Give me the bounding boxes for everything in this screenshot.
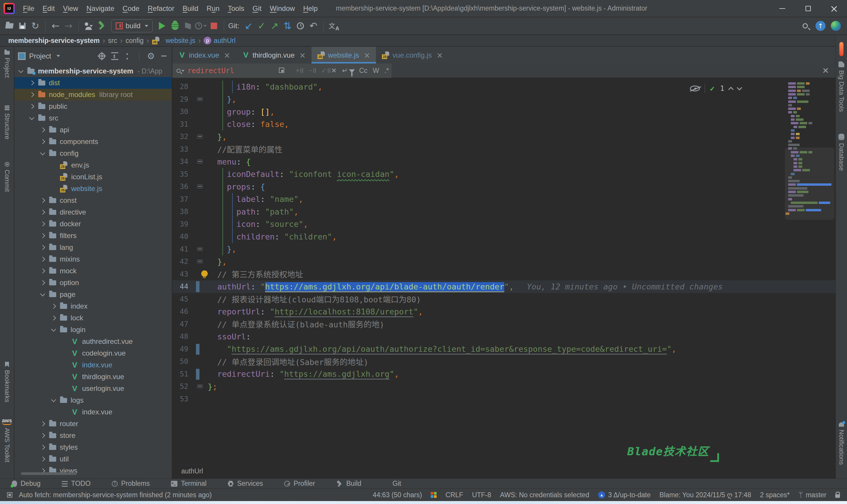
menu-item-view[interactable]: View — [59, 4, 82, 12]
save-all-button[interactable] — [16, 19, 29, 32]
code-line-42[interactable]: 42}, — [172, 255, 835, 268]
forward-button[interactable]: → — [62, 19, 75, 32]
code-line-36[interactable]: 36props: { — [172, 180, 835, 193]
code-line-49[interactable]: 49"https://ams.gdjlxh.org/api/oauth/auth… — [172, 343, 835, 356]
history-button[interactable] — [294, 19, 307, 32]
tool-window-button-terminal[interactable]: Terminal — [171, 480, 207, 488]
tree-row-env-js[interactable]: env.js — [14, 159, 172, 171]
tree-row-const[interactable]: const — [14, 195, 172, 206]
menu-item-git[interactable]: Git — [248, 4, 266, 12]
breadcrumb-item-src[interactable]: src — [108, 37, 117, 45]
tool-window-button-services[interactable]: Services — [228, 480, 263, 488]
code-line-45[interactable]: 45// 报表设计器地址(cloud端口为8108,boot端口为80) — [172, 293, 835, 306]
tool-window-switcher-icon[interactable] — [7, 492, 12, 498]
code-line-33[interactable]: 33//配置菜单的属性 — [172, 143, 835, 156]
menu-item-build[interactable]: Build — [178, 4, 203, 12]
tree-row-login[interactable]: login — [14, 324, 172, 336]
add-selection-button[interactable]: + — [296, 67, 303, 75]
menu-item-tools[interactable]: Tools — [224, 4, 248, 12]
regex-toggle[interactable]: .* — [384, 67, 389, 75]
tree-row-store[interactable]: store — [14, 430, 172, 442]
editor-breadcrumb-item[interactable]: authUrl — [181, 467, 203, 475]
code-line-50[interactable]: 50// 单点登录回调地址(Saber服务的地址) — [172, 355, 835, 368]
build-project-button[interactable] — [95, 19, 108, 32]
inspections-count[interactable]: 1 — [720, 84, 724, 93]
tree-row-public[interactable]: public — [14, 101, 172, 112]
status-line-separator[interactable]: CRLF — [445, 491, 463, 499]
tree-row-dist[interactable]: dist — [14, 77, 172, 89]
tree-row-index-vue[interactable]: Vindex.vue — [14, 406, 172, 418]
run-with-coverage-button[interactable] — [182, 19, 194, 32]
status-vcs-incoming-outgoing[interactable]: ▲3 Δ/up-to-date — [598, 491, 651, 499]
git-push-button[interactable]: ↗ — [268, 19, 281, 32]
code-line-39[interactable]: 39icon: "source", — [172, 218, 835, 231]
maximize-button[interactable] — [795, 0, 821, 17]
tool-window-button-todo[interactable]: TODO — [62, 480, 91, 488]
status-git-blame[interactable]: Blame: You 2024/11/5 ღ 17:48 — [659, 491, 751, 499]
tab-index-vue[interactable]: Vindex.vue× — [172, 47, 236, 64]
profiler-button[interactable] — [194, 19, 207, 32]
status-git-branch[interactable]: ᛘmaster — [798, 491, 826, 499]
close-find-bar-button[interactable]: ✕ — [822, 66, 829, 75]
stop-button[interactable] — [207, 19, 220, 32]
tree-row-config[interactable]: config — [14, 147, 172, 159]
status-file-lock[interactable] — [835, 492, 840, 498]
select-all-occurrences-button[interactable]: ✓ — [321, 67, 330, 75]
code-line-37[interactable]: 37label: "name", — [172, 193, 835, 206]
project-view-selector[interactable]: Project — [29, 52, 51, 60]
open-file-button[interactable] — [3, 19, 16, 32]
tool-window-button-git[interactable]: Git — [382, 480, 401, 488]
horizontal-scrollbar[interactable] — [21, 472, 77, 475]
tree-row-src[interactable]: src — [14, 112, 172, 124]
code-line-51[interactable]: 51redirectUri: "https://ams.gdjlxh.org", — [172, 368, 835, 381]
git-compare-button[interactable]: ⇅ — [281, 19, 294, 32]
menu-item-code[interactable]: Code — [119, 4, 143, 12]
status-aws-credentials[interactable]: AWS: No credentials selected — [500, 491, 589, 499]
fold-icon[interactable] — [197, 384, 203, 388]
next-problem-button[interactable] — [737, 85, 742, 90]
tree-row-filters[interactable]: filters — [14, 230, 172, 241]
tree-row-lang[interactable]: lang — [14, 241, 172, 253]
chevron-down-icon[interactable] — [56, 55, 60, 57]
tool-window-button-profiler[interactable]: Profiler — [284, 480, 315, 488]
whole-words-toggle[interactable]: W — [373, 67, 379, 75]
tree-row-components[interactable]: components — [14, 136, 172, 147]
sidebar-item-notifications[interactable]: Notifications — [836, 422, 847, 465]
code-line-29[interactable]: 29}, — [172, 93, 835, 106]
status-caret-position[interactable]: 44:63 (50 chars) — [373, 491, 422, 499]
breadcrumb-item-authUrl[interactable]: pauthUrl — [204, 37, 235, 45]
menu-item-edit[interactable]: Edit — [38, 4, 59, 12]
code-line-34[interactable]: 34menu: { — [172, 156, 835, 168]
match-case-toggle[interactable]: Cc — [359, 67, 367, 75]
tab-thirdlogin-vue[interactable]: Vthirdlogin.vue× — [236, 47, 312, 64]
close-icon[interactable]: × — [364, 51, 370, 60]
sidebar-item-commit[interactable]: Commit — [0, 162, 14, 192]
run-configuration-select[interactable]: build — [111, 19, 153, 32]
tree-row-website-js[interactable]: website.js — [14, 183, 172, 195]
debug-button[interactable] — [169, 19, 182, 32]
code-line-53[interactable]: 53 — [172, 393, 835, 406]
translate-button[interactable] — [327, 19, 340, 32]
code-line-40[interactable]: 40children: "children", — [172, 230, 835, 243]
fold-icon[interactable] — [197, 184, 203, 188]
sidebar-item-project[interactable]: Project — [0, 51, 14, 77]
fold-icon[interactable] — [197, 97, 203, 101]
status-os-indicator[interactable] — [431, 492, 437, 498]
tree-row-mock[interactable]: mock — [14, 265, 172, 277]
run-button[interactable] — [156, 19, 169, 32]
tree-row-index-vue[interactable]: Vindex.vue — [14, 359, 172, 371]
tool-window-button-problems[interactable]: Problems — [112, 480, 150, 488]
code-line-30[interactable]: 30group: [], — [172, 106, 835, 118]
previous-problem-button[interactable] — [728, 87, 733, 92]
tree-row-option[interactable]: option — [14, 277, 172, 289]
code-editor[interactable]: 28i18n: "dashboard",29},30group: [],31cl… — [172, 78, 835, 464]
tree-row-codelogin-vue[interactable]: Vcodelogin.vue — [14, 347, 172, 359]
code-with-me-button[interactable] — [82, 19, 95, 32]
tab-website-js[interactable]: website.js× — [312, 47, 376, 64]
intention-bulb-icon[interactable] — [201, 270, 208, 277]
tree-row-api[interactable]: api — [14, 124, 172, 136]
tool-window-button-build[interactable]: Build — [336, 480, 361, 488]
rollback-button[interactable]: ↶ — [307, 19, 320, 32]
code-line-52[interactable]: 52}; — [172, 380, 835, 393]
fold-icon[interactable] — [197, 247, 203, 251]
